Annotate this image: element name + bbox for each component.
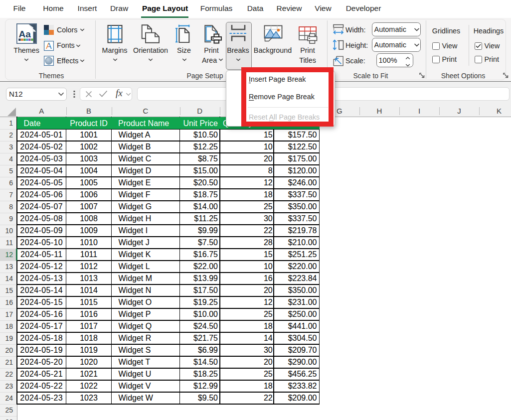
svg-text:Aa: Aa [19,29,31,39]
svg-text:A: A [46,41,52,51]
